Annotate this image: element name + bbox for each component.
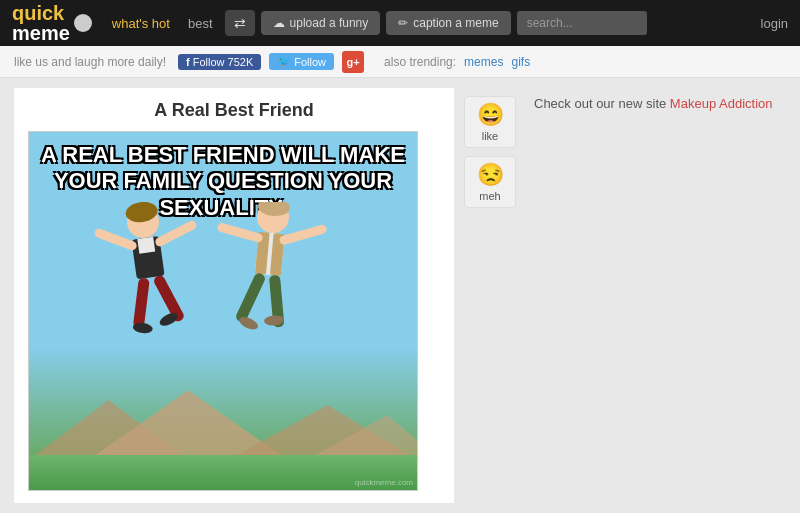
search-input[interactable]	[517, 11, 647, 35]
secondary-bar: like us and laugh more daily! f Follow 7…	[0, 46, 800, 78]
svg-line-20	[284, 226, 322, 243]
upload-button[interactable]: ☁ upload a funny	[261, 11, 381, 35]
upload-icon: ☁	[273, 16, 285, 30]
svg-rect-10	[133, 278, 150, 329]
shuffle-icon: ⇄	[234, 15, 246, 31]
facebook-icon: f	[186, 56, 190, 68]
meme-section: A Real Best Friend A Real best friend wi…	[14, 88, 454, 503]
logo[interactable]: quickmeme	[12, 3, 92, 43]
logo-icon	[74, 14, 92, 32]
like-label: like	[482, 130, 499, 142]
like-us-text: like us and laugh more daily!	[14, 55, 166, 69]
reaction-sidebar: 😄 like 😒 meh	[464, 88, 524, 503]
like-emoji: 😄	[469, 102, 511, 128]
logo-text: quickmeme	[12, 3, 70, 43]
nav-best[interactable]: best	[182, 12, 219, 35]
trend-memes-link[interactable]: memes	[464, 55, 503, 69]
svg-line-9	[158, 225, 193, 242]
right-sidebar-text: Check out our new site Makeup Addiction	[534, 96, 786, 111]
navbar: quickmeme what's hot best ⇄ ☁ upload a f…	[0, 0, 800, 46]
twitter-follow-button[interactable]: 🐦 Follow	[269, 53, 334, 70]
svg-line-19	[221, 228, 258, 238]
svg-line-8	[99, 229, 132, 250]
main-content: A Real Best Friend A Real best friend wi…	[0, 78, 800, 513]
meh-button[interactable]: 😒 meh	[464, 156, 516, 208]
meme-image: A Real best friend will make your family…	[28, 131, 418, 491]
facebook-follow-button[interactable]: f Follow 752K	[178, 54, 261, 70]
makeup-addiction-link[interactable]: Makeup Addiction	[670, 96, 773, 111]
also-trending-label: also trending:	[384, 55, 456, 69]
trend-gifs-link[interactable]: gifs	[511, 55, 530, 69]
meh-label: meh	[479, 190, 500, 202]
login-link[interactable]: login	[761, 16, 788, 31]
shuffle-button[interactable]: ⇄	[225, 10, 255, 36]
right-sidebar: Check out our new site Makeup Addiction	[534, 88, 786, 503]
caption-button[interactable]: ✏ caption a meme	[386, 11, 510, 35]
nav-whats-hot[interactable]: what's hot	[106, 12, 176, 35]
svg-rect-7	[137, 237, 155, 254]
google-plus-button[interactable]: g+	[342, 51, 364, 73]
watermark: quickmeme.com	[355, 478, 413, 487]
caption-icon: ✏	[398, 16, 408, 30]
jumping-figures	[63, 202, 383, 462]
twitter-icon: 🐦	[277, 55, 291, 68]
svg-rect-21	[235, 272, 267, 324]
meh-emoji: 😒	[469, 162, 511, 188]
like-button[interactable]: 😄 like	[464, 96, 516, 148]
meme-title: A Real Best Friend	[28, 100, 440, 121]
